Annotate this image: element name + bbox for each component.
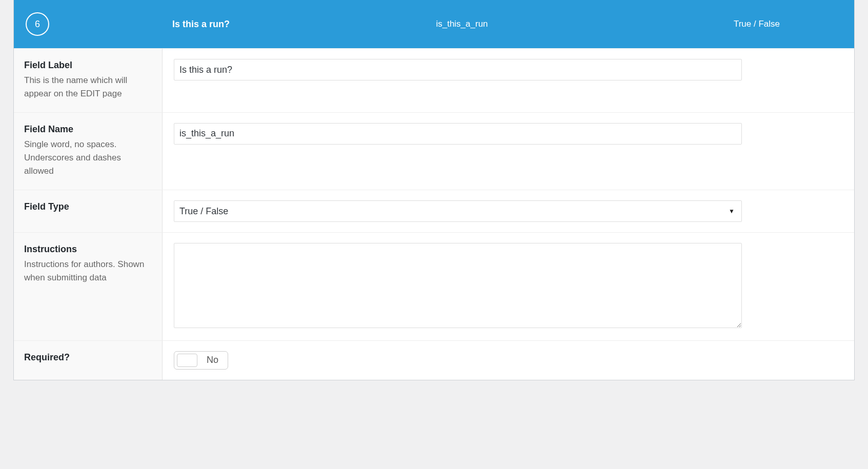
- field-header-label: Is this a run?: [49, 19, 265, 30]
- instructions-title: Instructions: [24, 244, 152, 255]
- required-title: Required?: [24, 352, 152, 363]
- row-required: Required? No: [14, 340, 854, 380]
- row-field-label: Field Label This is the name which will …: [14, 48, 854, 112]
- field-order-number: 6: [35, 19, 40, 30]
- field-header-type: True / False: [659, 19, 854, 30]
- field-name-title: Field Name: [24, 124, 152, 135]
- required-toggle[interactable]: No: [174, 351, 228, 370]
- row-field-name: Field Name Single word, no spaces. Under…: [14, 112, 854, 190]
- required-toggle-text: No: [207, 355, 218, 365]
- field-name-desc: Single word, no spaces. Underscores and …: [24, 138, 152, 178]
- row-instructions: Instructions Instructions for authors. S…: [14, 232, 854, 340]
- setting-label-cell: Field Name Single word, no spaces. Under…: [14, 113, 163, 190]
- instructions-desc: Instructions for authors. Shown when sub…: [24, 258, 152, 285]
- field-label-desc: This is the name which will appear on th…: [24, 74, 152, 101]
- row-field-type: Field Type True / False: [14, 190, 854, 232]
- field-header-bar[interactable]: 6 Is this a run? is_this_a_run True / Fa…: [14, 0, 854, 48]
- setting-label-cell: Instructions Instructions for authors. S…: [14, 233, 163, 340]
- setting-label-cell: Required?: [14, 341, 163, 380]
- field-order-handle[interactable]: 6: [26, 12, 49, 36]
- field-settings-panel: 6 Is this a run? is_this_a_run True / Fa…: [13, 0, 855, 380]
- toggle-knob-icon: [177, 354, 197, 367]
- field-header-name: is_this_a_run: [265, 19, 659, 30]
- field-label-input[interactable]: [174, 59, 742, 80]
- instructions-textarea[interactable]: [174, 243, 742, 328]
- field-type-select[interactable]: True / False: [174, 200, 742, 222]
- field-label-title: Field Label: [24, 60, 152, 71]
- field-name-input[interactable]: [174, 123, 742, 145]
- setting-label-cell: Field Label This is the name which will …: [14, 49, 163, 112]
- field-type-title: Field Type: [24, 201, 152, 212]
- setting-label-cell: Field Type: [14, 190, 163, 232]
